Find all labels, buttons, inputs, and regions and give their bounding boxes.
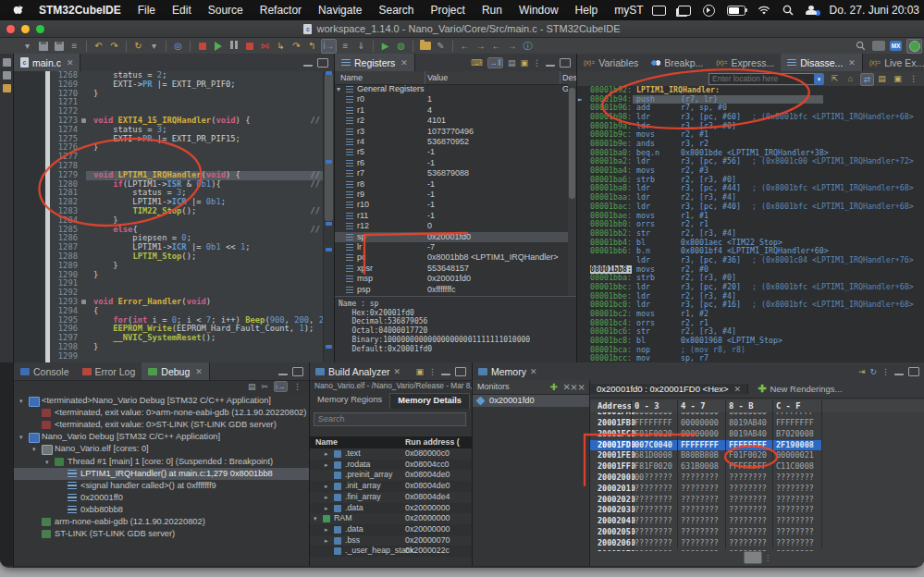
toolbar-step-return-button[interactable]: ↰: [305, 40, 319, 53]
build-analyzer-row[interactable]: ▸.init_array0x08004de0: [310, 481, 472, 492]
drag-handle-icon[interactable]: ⋮: [764, 554, 771, 562]
menubar-clock[interactable]: Do. 27. Juni 20:03: [830, 4, 919, 17]
menu-item-myst[interactable]: myST: [606, 4, 651, 17]
rendering-control-button[interactable]: [744, 551, 762, 564]
linked-view-icon[interactable]: ▤: [876, 73, 888, 84]
toolbar-build-button[interactable]: ≡: [68, 40, 81, 53]
close-icon[interactable]: ✕: [67, 58, 74, 68]
tab-console[interactable]: Console: [14, 362, 76, 380]
battery-icon[interactable]: [727, 6, 745, 16]
toolbar-new-menu-button[interactable]: ▾: [20, 40, 34, 53]
location-dropdown-icon[interactable]: ▾: [814, 73, 824, 85]
registers-column-header[interactable]: NameValueDes: [335, 71, 576, 85]
toolbar-target-status-button[interactable]: ◎: [171, 40, 185, 53]
menu-item-file[interactable]: File: [129, 4, 164, 17]
build-analyzer-row[interactable]: ._user_heap_stack0x2000022c: [310, 546, 472, 557]
hex-row[interactable]: 20001FE0681D0008B80BB80BF01F002000000021: [590, 450, 924, 461]
toolbar-instruction-stepping-button[interactable]: i→: [321, 39, 337, 54]
spotlight-icon[interactable]: [782, 5, 794, 16]
chevron-down-icon[interactable]: ▾: [45, 456, 49, 468]
register-row[interactable]: pc0x8001bb8 <LPTIM1_IRQHandler>: [335, 252, 568, 263]
tab-main-c[interactable]: c main.c ✕: [14, 54, 80, 71]
toolbar-new-wizard-button[interactable]: [5, 40, 18, 53]
build-analyzer-row[interactable]: ▸.data0x20000000: [310, 524, 472, 535]
toolbar-launch-menu-button[interactable]: ▾: [147, 40, 161, 53]
toolbar-last-edit-button[interactable]: ←: [489, 40, 503, 53]
window-titlebar[interactable]: c workspace_1.14.0 - Nano_Vario/Core/Src…: [0, 20, 924, 38]
fold-minus-icon[interactable]: [81, 300, 86, 304]
register-row[interactable]: r24101: [335, 116, 568, 126]
minimize-icon[interactable]: [894, 372, 904, 375]
debug-tree-row[interactable]: ▾Nano_Vario Debug [STM32 C/C++ Applicati…: [14, 431, 309, 443]
instruction-stepping-icon[interactable]: i→: [274, 381, 288, 392]
column-divider[interactable]: [560, 71, 561, 84]
register-row[interactable]: r120: [335, 221, 568, 231]
build-analyzer-row[interactable]: .preinit_array0x08004de0: [310, 470, 472, 481]
debug-tree-row[interactable]: <terminated, exit value: 0>arm-none-eabi…: [14, 407, 309, 419]
menu-icon[interactable]: ⋮: [907, 73, 919, 84]
register-row[interactable]: r4536870952: [335, 137, 568, 147]
debug-tree-row[interactable]: LPTIM1_IRQHandler() at main.c:1,279 0x80…: [14, 468, 309, 480]
tab-express[interactable]: (x)=Express...: [709, 54, 781, 71]
restore-view-icon[interactable]: [3, 58, 11, 67]
toolbar-redo-button[interactable]: ↷: [107, 40, 121, 53]
menu-item-project[interactable]: Project: [423, 4, 474, 17]
apple-menu-icon[interactable]: [13, 5, 25, 17]
hex-row[interactable]: 20001FD0007C0040FFFFFFFFFFFFFFFF2F190008: [590, 440, 924, 451]
maximize-icon[interactable]: [455, 367, 466, 376]
build-analyzer-row[interactable]: ▸.bss0x20000070: [310, 535, 472, 546]
tab-debug[interactable]: Debug✕: [142, 362, 210, 380]
maximize-icon[interactable]: [908, 367, 919, 376]
toolbar-perspective-cubemx-button[interactable]: MX: [889, 40, 903, 53]
maximize-icon[interactable]: [292, 367, 303, 376]
menu-icon[interactable]: ⋮: [293, 382, 302, 391]
hex-row[interactable]: 20001FB0FFFFFFFF000000008019AB40FFFFFFFF: [590, 418, 924, 429]
overview-mark[interactable]: [326, 160, 332, 164]
tab-variables[interactable]: (x)=Variables: [577, 54, 645, 71]
location-input[interactable]: [708, 73, 816, 85]
maximize-icon[interactable]: [560, 58, 571, 68]
chevron-icon[interactable]: ▸: [325, 481, 328, 492]
menu-icon[interactable]: ⋮: [881, 367, 890, 376]
register-row[interactable]: r8-1: [335, 179, 568, 190]
toolbar-move-to-line-button[interactable]: ≡: [339, 40, 352, 53]
menu-icon[interactable]: ⋮: [533, 58, 541, 68]
build-analyzer-row[interactable]: ▸.text0x080000c0: [310, 448, 472, 460]
menu-item-stm32cubeide[interactable]: STM32CubeIDE: [31, 4, 129, 17]
close-icon[interactable]: ✕: [848, 58, 856, 68]
collapse-all-icon[interactable]: ▤: [248, 382, 256, 391]
record-icon[interactable]: [703, 5, 715, 17]
close-icon[interactable]: ✕: [195, 367, 203, 376]
chevron-icon[interactable]: ▾: [314, 513, 317, 524]
build-analyzer-row[interactable]: ▸.data0x20000000: [310, 503, 472, 514]
menu-item-refactor[interactable]: Refactor: [252, 4, 310, 17]
tab-breakp[interactable]: Breakp...: [645, 54, 709, 71]
chevron-down-icon[interactable]: ▾: [32, 443, 36, 455]
toolbar-open-folder-button[interactable]: [418, 40, 432, 53]
maximize-icon[interactable]: [317, 58, 328, 68]
hex-row[interactable]: 20002060????????????????????????????????: [590, 538, 924, 549]
toolbar-drop-to-frame-button[interactable]: ⇓: [354, 40, 368, 53]
register-row[interactable]: msp0x20001fd0: [335, 274, 568, 284]
editor-gutter[interactable]: [14, 71, 45, 362]
wifi-icon[interactable]: [758, 6, 770, 16]
follow-pc-icon[interactable]: ⇄: [860, 73, 874, 86]
close-icon[interactable]: ✕: [394, 367, 401, 376]
menu-item-edit[interactable]: Edit: [164, 4, 200, 17]
memory-monitor-item[interactable]: 0x20001fd0: [473, 395, 589, 407]
build-analyzer-row[interactable]: ▸.rodata0x08004cc0: [310, 460, 472, 471]
remove-terminated-icon[interactable]: ✂: [261, 382, 268, 391]
hex-row[interactable]: 20002050????????????????????????????????: [590, 527, 924, 538]
tab-memory-regions[interactable]: Memory Regions: [310, 393, 389, 409]
register-row[interactable]: r6-1: [335, 158, 568, 168]
hex-row[interactable]: 20001FC0F01F0020000000008019AB40B7020008: [590, 429, 924, 440]
toolbar-resume-button[interactable]: [211, 40, 225, 53]
pin-icon[interactable]: ▣: [892, 73, 904, 84]
editor-code[interactable]: 1268 status = 2;1269 EXTI->PR |= EXTI_PR…: [50, 71, 324, 362]
debug-tree-row[interactable]: ▾Thread #1 [main] 1 [core: 0] (Suspended…: [14, 456, 309, 468]
minimize-icon[interactable]: [303, 63, 313, 67]
menu-item-window[interactable]: Window: [511, 4, 567, 17]
overview-mark[interactable]: [326, 345, 332, 349]
toolbar-next-edit-button[interactable]: →: [505, 40, 519, 53]
home-icon[interactable]: ⌂: [844, 73, 856, 84]
